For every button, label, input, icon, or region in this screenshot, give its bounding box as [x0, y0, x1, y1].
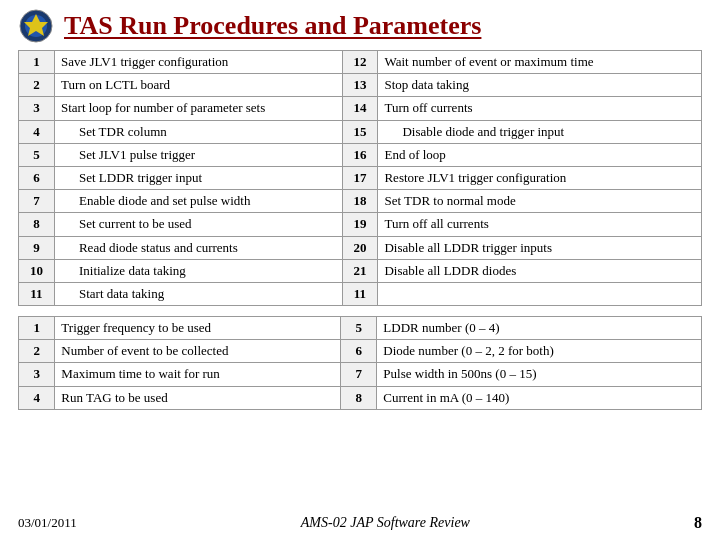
- proc-left-num: 9: [19, 236, 55, 259]
- footer-center: AMS-02 JAP Software Review: [301, 515, 470, 531]
- param-left-label: Run TAG to be used: [55, 386, 341, 409]
- proc-left-num: 3: [19, 97, 55, 120]
- table-row: 2Turn on LCTL board13Stop data taking: [19, 74, 702, 97]
- param-right-label: Current in mA (0 – 140): [377, 386, 702, 409]
- proc-right-label: Restore JLV1 trigger configuration: [378, 166, 702, 189]
- table-row: 7Enable diode and set pulse width18Set T…: [19, 190, 702, 213]
- proc-right-num: 18: [342, 190, 378, 213]
- proc-right-num: 16: [342, 143, 378, 166]
- param-left-num: 4: [19, 386, 55, 409]
- table-row: 1Save JLV1 trigger configuration12Wait n…: [19, 51, 702, 74]
- proc-left-label: Initialize data taking: [54, 259, 342, 282]
- table-row: 8Set current to be used19Turn off all cu…: [19, 213, 702, 236]
- proc-left-num: 8: [19, 213, 55, 236]
- table-row: 3Maximum time to wait for run7Pulse widt…: [19, 363, 702, 386]
- proc-left-label: Start loop for number of parameter sets: [54, 97, 342, 120]
- footer-page: 8: [694, 514, 702, 532]
- param-right-num: 5: [341, 317, 377, 340]
- param-right-num: 7: [341, 363, 377, 386]
- table-row: 4Run TAG to be used8Current in mA (0 – 1…: [19, 386, 702, 409]
- proc-left-num: 11: [19, 282, 55, 305]
- proc-right-num: 13: [342, 74, 378, 97]
- proc-left-label: Turn on LCTL board: [54, 74, 342, 97]
- table-row: 11Start data taking11: [19, 282, 702, 305]
- page-title: TAS Run Procedures and Parameters: [64, 11, 481, 41]
- table-row: 9Read diode status and currents20Disable…: [19, 236, 702, 259]
- proc-right-label: Wait number of event or maximum time: [378, 51, 702, 74]
- procedures-table: 1Save JLV1 trigger configuration12Wait n…: [18, 50, 702, 306]
- table-row: 1Trigger frequency to be used5LDDR numbe…: [19, 317, 702, 340]
- proc-right-label: Set TDR to normal mode: [378, 190, 702, 213]
- proc-right-label: Turn off all currents: [378, 213, 702, 236]
- proc-right-num: 11: [342, 282, 378, 305]
- proc-right-num: 17: [342, 166, 378, 189]
- proc-right-label: End of loop: [378, 143, 702, 166]
- table-row: 5Set JLV1 pulse trigger16End of loop: [19, 143, 702, 166]
- table-row: 3Start loop for number of parameter sets…: [19, 97, 702, 120]
- proc-right-label: Turn off currents: [378, 97, 702, 120]
- proc-right-num: 14: [342, 97, 378, 120]
- proc-right-num: 19: [342, 213, 378, 236]
- proc-left-label: Set JLV1 pulse trigger: [54, 143, 342, 166]
- param-left-label: Maximum time to wait for run: [55, 363, 341, 386]
- param-right-num: 6: [341, 340, 377, 363]
- proc-left-label: Save JLV1 trigger configuration: [54, 51, 342, 74]
- proc-left-num: 6: [19, 166, 55, 189]
- proc-right-label: [378, 282, 702, 305]
- proc-left-label: Read diode status and currents: [54, 236, 342, 259]
- table-row: 4Set TDR column15Disable diode and trigg…: [19, 120, 702, 143]
- proc-right-label: Disable diode and trigger input: [378, 120, 702, 143]
- table-row: 10Initialize data taking21Disable all LD…: [19, 259, 702, 282]
- param-left-num: 3: [19, 363, 55, 386]
- proc-right-num: 20: [342, 236, 378, 259]
- proc-right-num: 15: [342, 120, 378, 143]
- proc-left-label: Set TDR column: [54, 120, 342, 143]
- proc-left-num: 2: [19, 74, 55, 97]
- param-left-label: Number of event to be collected: [55, 340, 341, 363]
- param-right-label: LDDR number (0 – 4): [377, 317, 702, 340]
- proc-left-label: Start data taking: [54, 282, 342, 305]
- proc-right-label: Disable all LDDR trigger inputs: [378, 236, 702, 259]
- proc-left-num: 10: [19, 259, 55, 282]
- logo-icon: [18, 8, 54, 44]
- proc-left-num: 7: [19, 190, 55, 213]
- proc-left-num: 5: [19, 143, 55, 166]
- param-right-label: Diode number (0 – 2, 2 for both): [377, 340, 702, 363]
- proc-left-label: Enable diode and set pulse width: [54, 190, 342, 213]
- param-left-num: 2: [19, 340, 55, 363]
- proc-left-num: 4: [19, 120, 55, 143]
- param-right-num: 8: [341, 386, 377, 409]
- proc-right-label: Disable all LDDR diodes: [378, 259, 702, 282]
- proc-right-label: Stop data taking: [378, 74, 702, 97]
- param-left-label: Trigger frequency to be used: [55, 317, 341, 340]
- proc-left-label: Set LDDR trigger input: [54, 166, 342, 189]
- proc-right-num: 21: [342, 259, 378, 282]
- proc-right-num: 12: [342, 51, 378, 74]
- proc-left-num: 1: [19, 51, 55, 74]
- param-right-label: Pulse width in 500ns (0 – 15): [377, 363, 702, 386]
- table-row: 6Set LDDR trigger input17Restore JLV1 tr…: [19, 166, 702, 189]
- param-left-num: 1: [19, 317, 55, 340]
- proc-left-label: Set current to be used: [54, 213, 342, 236]
- footer-date: 03/01/2011: [18, 515, 77, 531]
- table-row: 2Number of event to be collected6Diode n…: [19, 340, 702, 363]
- parameters-table: 1Trigger frequency to be used5LDDR numbe…: [18, 316, 702, 410]
